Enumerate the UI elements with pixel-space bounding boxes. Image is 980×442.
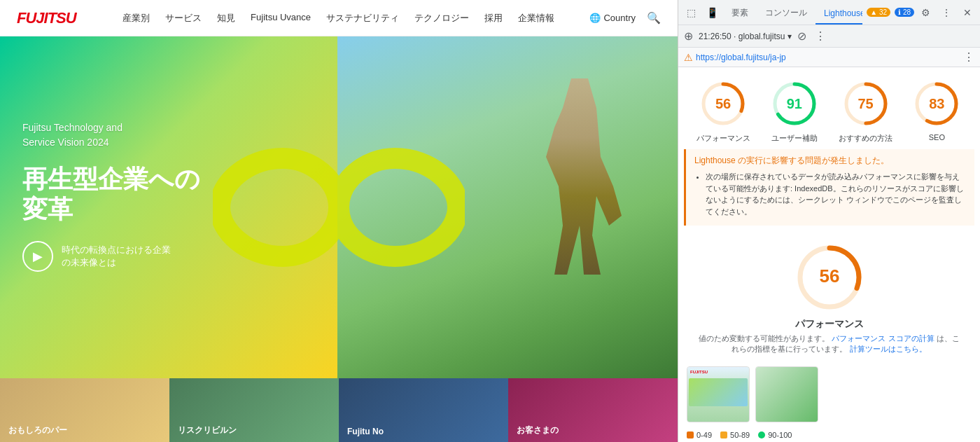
perf-note: 値のため変動する可能性があります。 パフォーマンス スコアの計算 は、これらの指… <box>696 333 962 355</box>
nav-item-technology[interactable]: テクノロジー <box>414 12 469 25</box>
devtools-bar2: ⊕ 21:26:50 · global.fujitsu ▾ ⊘ ⋮ <box>678 25 980 48</box>
lighthouse-warning: Lighthouse の実行に影響する問題が発生しました。 次の場所に保存されて… <box>684 149 974 226</box>
perf-score-circle: 56 <box>794 242 864 315</box>
website-panel: FUJITSU 産業別 サービス 知見 Fujitsu Uvance サステナビ… <box>0 0 678 442</box>
close-icon[interactable]: ✕ <box>958 3 977 22</box>
devtools-panel: ⬚ 📱 要素 コンソール Lighthouse » ▲ 32 ℹ 28 ⚙ ⋮ … <box>678 0 980 442</box>
bottom-card-1[interactable]: おもしろのパー <box>0 378 169 442</box>
bottom-card-2[interactable]: リスクリビルン <box>169 378 339 442</box>
add-tab-icon[interactable]: ⊕ <box>684 29 693 43</box>
info-badge: ℹ 28 <box>895 8 914 17</box>
nav-item-service[interactable]: サービス <box>165 12 202 25</box>
svg-text:56: 56 <box>819 265 839 286</box>
devtools-topbar: ⬚ 📱 要素 コンソール Lighthouse » ▲ 32 ℹ 28 ⚙ ⋮ … <box>678 0 980 25</box>
hero-subtitle: Fujitsu Technology and Service Vision 20… <box>22 120 200 150</box>
hero-section: Fujitsu Technology and Service Vision 20… <box>0 36 678 378</box>
warning-body: 次の場所に保存されているデータが読み込みパフォーマンスに影響を与えている可能性が… <box>694 171 966 217</box>
devtools-tabs: 要素 コンソール Lighthouse » <box>723 0 862 25</box>
score-circle-performance: 56 <box>698 78 748 129</box>
score-circle-best-practices: 75 <box>841 78 891 129</box>
url-bar: ⚠ https://global.fujitsu/ja-jp ⋮ <box>678 48 980 67</box>
url-text[interactable]: https://global.fujitsu/ja-jp <box>696 53 786 62</box>
performance-detail: 56 パフォーマンス 値のため変動する可能性があります。 パフォーマンス スコア… <box>678 231 980 361</box>
warning-icon: ⚠ <box>684 52 693 63</box>
thumb-hero-area <box>689 378 748 406</box>
tab-lighthouse[interactable]: Lighthouse <box>816 3 862 25</box>
score-performance: 56 パフォーマンス <box>696 78 750 144</box>
nav-item-industry[interactable]: 産業別 <box>122 12 150 25</box>
hero-title: 再生型企業への 変革 <box>22 164 200 224</box>
lighthouse-scores: 56 パフォーマンス 91 ユーザー補助 <box>678 67 980 149</box>
perf-label: パフォーマンス <box>795 318 864 331</box>
settings-icon[interactable]: ⚙ <box>916 3 935 22</box>
thumb-logo: FUJITSU <box>690 370 708 374</box>
score-accessibility: 91 ユーザー補助 <box>769 78 820 144</box>
runner-figure <box>538 78 622 275</box>
legend-dot-mid <box>720 431 727 438</box>
tab-console[interactable]: コンソール <box>757 3 816 25</box>
score-value-seo: 83 <box>929 96 944 112</box>
nav-right: 🌐 Country 🔍 <box>589 11 661 25</box>
devtools-device-icon[interactable]: 📱 <box>702 3 722 22</box>
score-value-best-practices: 75 <box>858 96 874 112</box>
thumbnail-area: FUJITSU <box>678 361 980 428</box>
devtools-inspect-icon[interactable]: ⬚ <box>681 3 701 22</box>
legend-range-high: 90-100 <box>758 431 792 439</box>
devtools-content: 56 パフォーマンス 91 ユーザー補助 <box>678 67 980 442</box>
legend-range-low: 0-49 <box>687 431 712 439</box>
cta-text: 時代の転換点における企業 の未来像とは <box>62 244 171 269</box>
calc-tool-link[interactable]: 計算ツールはこちら。 <box>850 345 927 353</box>
bottom-cards: おもしろのパー リスクリビルン Fujitu No お客さまの <box>0 378 678 442</box>
thumbnail-inner-1: FUJITSU <box>687 367 749 422</box>
hero-text: Fujitsu Technology and Service Vision 20… <box>22 120 200 272</box>
score-label-accessibility: ユーザー補助 <box>771 133 818 144</box>
nav-items: 産業別 サービス 知見 Fujitsu Uvance サステナビリティ テクノロ… <box>107 12 570 25</box>
score-circle-accessibility: 91 <box>769 78 820 129</box>
bottom-card-4[interactable]: お客さまの <box>508 378 678 442</box>
score-label-best-practices: おすすめの方法 <box>839 133 892 144</box>
perf-score-link[interactable]: パフォーマンス スコアの計算 <box>832 334 934 343</box>
timestamp: 21:26:50 · global.fujitsu ▾ <box>699 32 792 41</box>
legend-dot-high <box>758 431 765 438</box>
nav-item-recruit[interactable]: 採用 <box>484 12 503 25</box>
score-legend: 0-49 50-89 90-100 <box>678 428 980 442</box>
country-button[interactable]: 🌐 Country <box>589 13 636 23</box>
nav-item-knowledge[interactable]: 知見 <box>217 12 235 25</box>
score-value-performance: 56 <box>715 96 731 112</box>
legend-range-mid: 50-89 <box>720 431 750 439</box>
nav-item-uvance[interactable]: Fujitsu Uvance <box>251 12 311 25</box>
infinity-symbol <box>213 137 465 277</box>
warning-badge: ▲ 32 <box>867 8 890 17</box>
bottom-card-3[interactable]: Fujitu No <box>339 378 508 442</box>
page-thumbnail-2 <box>755 366 818 422</box>
score-best-practices: 75 おすすめの方法 <box>839 78 892 144</box>
fujitsu-logo[interactable]: FUJITSU <box>17 9 76 27</box>
more-options-icon[interactable]: ⋮ <box>937 3 956 22</box>
warning-title: Lighthouse の実行に影響する問題が発生しました。 <box>694 155 966 167</box>
nav-item-sustainability[interactable]: サステナビリティ <box>326 12 399 25</box>
cta-circle-icon: ▶ <box>22 241 53 272</box>
url-menu-icon[interactable]: ⋮ <box>963 50 974 64</box>
tab-elements[interactable]: 要素 <box>723 3 757 25</box>
bar2-more-icon[interactable]: ⋮ <box>815 29 826 43</box>
devtools-top-right: ▲ 32 ℹ 28 ⚙ ⋮ ✕ <box>864 3 977 22</box>
score-value-accessibility: 91 <box>787 96 802 112</box>
score-circle-seo: 83 <box>911 78 962 129</box>
globe-icon: 🌐 <box>589 13 601 23</box>
score-label-performance: パフォーマンス <box>696 133 750 144</box>
score-label-seo: SEO <box>929 133 945 141</box>
clear-icon[interactable]: ⊘ <box>797 29 806 43</box>
nav-item-corporate[interactable]: 企業情報 <box>518 12 554 25</box>
legend-dot-low <box>687 431 694 438</box>
page-thumbnail-1: FUJITSU <box>687 366 750 422</box>
hero-cta-button[interactable]: ▶ 時代の転換点における企業 の未来像とは <box>22 241 200 272</box>
search-icon[interactable]: 🔍 <box>647 11 661 25</box>
score-seo: 83 SEO <box>911 78 962 144</box>
navbar: FUJITSU 産業別 サービス 知見 Fujitsu Uvance サステナビ… <box>0 0 678 36</box>
